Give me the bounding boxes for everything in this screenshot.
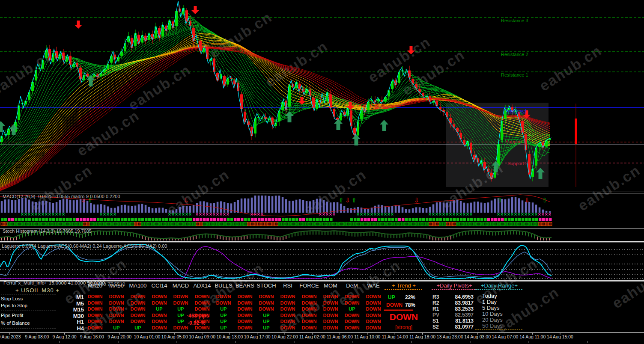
candle-body[interactable]	[155, 27, 157, 38]
candle-body[interactable]	[110, 56, 113, 63]
time-label: 10 Aug 17:00	[244, 334, 271, 339]
candle-body[interactable]	[298, 84, 301, 90]
signal-cell: UP	[128, 325, 148, 330]
trend-strip-square	[467, 218, 470, 221]
timeframe-label-m1[interactable]: M1	[64, 294, 84, 300]
trend-signal: DOWN	[383, 312, 424, 322]
candle-body[interactable]	[446, 112, 448, 118]
macd-bar	[59, 200, 61, 213]
candle-body[interactable]	[360, 110, 363, 119]
price-chart-canvas[interactable]: ⇧⇧⇧⇧⇧⇩⇩⇩⇩⇩	[0, 0, 644, 344]
time-label: 9 Aug 08:00	[25, 334, 49, 339]
candle-body[interactable]	[528, 154, 531, 175]
balance-percent-value: -0.92 %	[188, 320, 205, 326]
signal-x-marker	[450, 214, 452, 216]
signal-x-marker	[213, 214, 215, 216]
candle-body[interactable]	[435, 101, 438, 106]
candle-body[interactable]	[79, 68, 82, 79]
macd-bar	[28, 200, 30, 213]
candle-body[interactable]	[459, 133, 462, 139]
candle-body[interactable]	[131, 38, 133, 48]
candle-body[interactable]	[453, 124, 455, 128]
candle-body[interactable]	[137, 35, 140, 44]
candle-body[interactable]	[391, 81, 394, 89]
candle-body[interactable]	[449, 118, 452, 124]
signal-x-marker	[532, 214, 534, 216]
candle-body[interactable]	[415, 84, 417, 89]
candle-body[interactable]	[199, 41, 202, 51]
candle-body[interactable]	[463, 140, 465, 145]
candle-body[interactable]	[501, 121, 503, 140]
trend-strip-square	[456, 218, 459, 221]
candle-body[interactable]	[384, 97, 387, 102]
macd-bar	[145, 205, 147, 213]
candle-body[interactable]	[456, 128, 459, 132]
candle-body[interactable]	[120, 52, 123, 56]
trend-strip-square	[542, 218, 545, 221]
candle-body[interactable]	[18, 106, 20, 120]
candle-body[interactable]	[281, 102, 284, 110]
candle-body[interactable]	[175, 11, 178, 26]
trend-strip-square	[42, 218, 45, 221]
signal-x-marker	[210, 214, 212, 216]
candle-body[interactable]	[418, 89, 421, 93]
macd-bar	[97, 205, 99, 213]
candle-body[interactable]	[148, 33, 150, 40]
candle-body[interactable]	[240, 94, 243, 109]
symbol-timeframe-label[interactable]: + USOIL M30 +	[15, 287, 60, 294]
timeframe-label-h4[interactable]: H4	[64, 325, 84, 332]
signal-cell: DOWN	[192, 294, 212, 299]
signal-cell: DOWN	[363, 294, 384, 299]
candle-body[interactable]	[470, 143, 472, 154]
trend-strip-square	[224, 218, 227, 221]
timeframe-label-h1[interactable]: H1	[64, 319, 84, 325]
trend-strip-square	[381, 218, 384, 221]
candle-body[interactable]	[213, 59, 215, 72]
candle-body[interactable]	[103, 69, 106, 72]
candle-body[interactable]	[429, 96, 431, 102]
candle-body[interactable]	[31, 82, 34, 91]
candle-body[interactable]	[223, 76, 226, 86]
macd-bar	[224, 202, 226, 213]
candle-body[interactable]	[312, 98, 315, 108]
candle-body[interactable]	[411, 79, 414, 84]
macd-panel[interactable]: ⇧⇧⇧⇧⇧⇩⇩⇩⇩⇩	[0, 195, 552, 226]
column-header-dem: DeM	[342, 282, 362, 289]
trend-strip-square	[371, 218, 374, 221]
trend-header-underline	[385, 289, 422, 290]
timeframe-label-m30[interactable]: M30	[64, 313, 84, 319]
macd-bar	[193, 205, 195, 213]
time-label: 9 Aug 2023	[0, 334, 21, 339]
trend-strip-square	[511, 218, 514, 221]
candle-body[interactable]	[357, 122, 359, 136]
candle-body[interactable]	[206, 47, 209, 59]
candle-body[interactable]	[497, 144, 500, 165]
trend-strip-square	[21, 218, 24, 221]
macd-bar	[378, 205, 380, 213]
candle-body[interactable]	[521, 121, 524, 133]
timeframe-label-m15[interactable]: M15	[64, 306, 84, 313]
signal-cell: DOWN	[256, 306, 277, 311]
candle-body[interactable]	[48, 49, 51, 60]
timeframe-label-m5[interactable]: M5	[64, 300, 84, 307]
trend-strip-square	[203, 218, 206, 221]
trend-strip-square	[234, 218, 237, 221]
candle-body[interactable]	[158, 28, 161, 38]
candle-body[interactable]	[35, 70, 37, 80]
candle-body[interactable]	[45, 50, 48, 58]
candle-body[interactable]	[124, 43, 126, 51]
macd-bar	[179, 207, 181, 213]
left-label-0: Stop Loss	[1, 296, 23, 301]
signal-x-marker	[179, 214, 181, 216]
candle-body[interactable]	[340, 113, 342, 121]
signal-cell: DOWN	[235, 313, 255, 318]
macd-bar	[241, 199, 243, 213]
trend-strip-square	[415, 218, 418, 221]
candle-body[interactable]	[28, 92, 30, 100]
laguerre-panel[interactable]	[0, 245, 644, 279]
macd-bar	[124, 205, 126, 213]
macd-bar	[93, 205, 95, 213]
candle-body[interactable]	[333, 109, 335, 117]
candle-body[interactable]	[422, 93, 424, 97]
candle-body[interactable]	[100, 73, 102, 76]
